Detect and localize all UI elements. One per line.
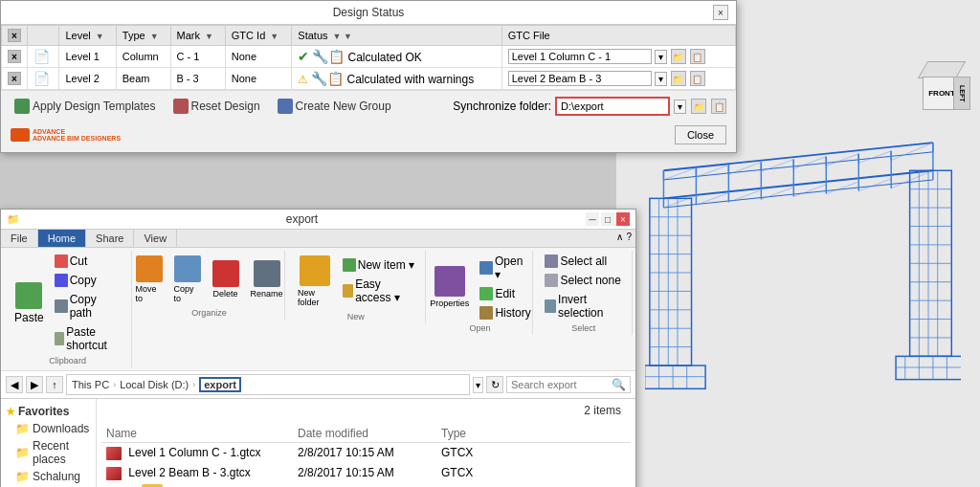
edit-button[interactable]: Edit bbox=[476, 285, 534, 302]
paste-shortcut-label: Paste shortcut bbox=[66, 325, 122, 352]
address-dropdown[interactable]: ▾ bbox=[473, 377, 483, 393]
row1-dropdown[interactable]: ▾ bbox=[655, 50, 667, 64]
copy-to-button[interactable]: Copy to bbox=[169, 253, 206, 306]
rename-button[interactable]: Rename bbox=[246, 257, 288, 301]
select-all-button[interactable]: Select all bbox=[541, 253, 626, 270]
path-this-pc[interactable]: This PC bbox=[72, 379, 109, 390]
row2-file-icon: 📄 bbox=[33, 71, 50, 86]
invert-label: Invert selection bbox=[558, 293, 622, 320]
select-all-icon bbox=[545, 255, 558, 268]
new-folder-button[interactable]: New folder bbox=[293, 253, 337, 310]
row1-icon1[interactable]: 📁 bbox=[671, 49, 686, 64]
back-button[interactable]: ◀ bbox=[6, 376, 23, 393]
favorites-label: Favorites bbox=[18, 405, 69, 418]
explorer-sidebar: ★ Favorites 📁 Downloads 📁 Recent places … bbox=[1, 399, 97, 487]
copy-button[interactable]: Copy bbox=[51, 272, 126, 289]
organize-btns: Move to Copy to Delete Rename bbox=[131, 253, 288, 306]
rename-label: Rename bbox=[251, 289, 283, 299]
sync-input[interactable] bbox=[555, 97, 670, 116]
brand-logo: ADVANCE ADVANCE BIM DESIGNERS bbox=[11, 128, 121, 142]
row2-icon2[interactable]: 📋 bbox=[690, 71, 705, 86]
history-button[interactable]: History bbox=[476, 304, 534, 321]
up-button[interactable]: ↑ bbox=[46, 376, 63, 393]
row2-level: Level 2 bbox=[59, 68, 116, 90]
collapse-ribbon-btn[interactable]: ∧ bbox=[616, 232, 623, 245]
paste-icon bbox=[15, 282, 42, 309]
path-local-disk[interactable]: Local Disk (D:) bbox=[120, 379, 189, 390]
tab-home[interactable]: Home bbox=[38, 230, 86, 247]
select-small-btns: Select all Select none Invert selection bbox=[541, 253, 626, 321]
search-input[interactable] bbox=[511, 379, 612, 390]
file-list-header: Name Date modified Type bbox=[101, 425, 631, 443]
sidebar-item-recent[interactable]: 📁 Recent places bbox=[1, 437, 96, 468]
col-header-status: Status ▼ ▼ bbox=[292, 26, 501, 46]
refresh-button[interactable]: ↻ bbox=[486, 376, 503, 393]
reset-label: Reset Design bbox=[191, 100, 260, 113]
search-box[interactable]: 🔍 bbox=[506, 376, 631, 393]
window-close-button[interactable]: × bbox=[616, 212, 630, 226]
minimize-button[interactable]: ─ bbox=[586, 212, 599, 226]
file-list-row[interactable]: Level 2 Beam B - 3.gtcx 2/8/2017 10:15 A… bbox=[101, 463, 631, 483]
delete-button[interactable]: Delete bbox=[208, 257, 244, 301]
sidebar-item-downloads[interactable]: 📁 Downloads bbox=[1, 420, 96, 437]
sync-dropdown[interactable]: ▾ bbox=[674, 100, 686, 114]
file-list-row[interactable]: Level 1 Column C - 1.gtcx 2/8/2017 10:15… bbox=[101, 443, 631, 463]
row1-icon2[interactable]: 📋 bbox=[690, 49, 705, 64]
create-group-button[interactable]: Create New Group bbox=[274, 97, 395, 116]
select-all-check[interactable]: × bbox=[8, 29, 21, 42]
path-export[interactable]: export bbox=[199, 377, 241, 392]
row2-status-icons2: 🔧📋 bbox=[311, 71, 344, 86]
select-none-label: Select none bbox=[560, 274, 620, 287]
col-header-gtcfile: GTC File bbox=[501, 26, 735, 46]
properties-button[interactable]: Properties bbox=[425, 263, 474, 311]
close-button[interactable]: Close bbox=[675, 125, 726, 144]
new-item-button[interactable]: New item ▾ bbox=[339, 256, 419, 274]
forward-button[interactable]: ▶ bbox=[26, 376, 43, 393]
row1-status-icon: ✔ bbox=[298, 49, 309, 64]
select-none-button[interactable]: Select none bbox=[541, 272, 626, 289]
svg-rect-78 bbox=[896, 356, 961, 379]
explorer-body: ★ Favorites 📁 Downloads 📁 Recent places … bbox=[1, 399, 635, 487]
easy-access-button[interactable]: Easy access ▾ bbox=[339, 276, 419, 306]
tab-share[interactable]: Share bbox=[86, 230, 134, 247]
maximize-button[interactable]: □ bbox=[601, 212, 614, 226]
create-label: Create New Group bbox=[296, 100, 391, 113]
view-cube: FRONT LEFT bbox=[913, 57, 970, 115]
explorer-titlebar: 📁 export ─ □ × bbox=[1, 210, 635, 230]
row2-check[interactable]: × bbox=[8, 72, 21, 85]
favorites-header[interactable]: ★ Favorites bbox=[1, 403, 96, 420]
sync-icon2[interactable]: 📋 bbox=[711, 99, 726, 114]
dialog-toolbar: Apply Design Templates Reset Design Crea… bbox=[1, 90, 736, 122]
dialog-close-button[interactable]: × bbox=[713, 5, 728, 20]
row1-gtcfile-input[interactable] bbox=[508, 49, 652, 64]
tab-view[interactable]: View bbox=[134, 230, 177, 247]
open-icon bbox=[479, 261, 493, 275]
row2-gtcfile-input[interactable] bbox=[508, 71, 652, 86]
paste-button[interactable]: Paste bbox=[10, 279, 49, 327]
tab-file[interactable]: File bbox=[1, 230, 38, 247]
sync-icon1[interactable]: 📁 bbox=[691, 99, 706, 114]
design-table: × Level ▼ Type ▼ Mark ▼ GTC Id ▼ Status … bbox=[1, 25, 736, 90]
address-path[interactable]: This PC › Local Disk (D:) › export bbox=[66, 374, 470, 395]
open-button[interactable]: Open ▾ bbox=[476, 253, 534, 283]
paste-shortcut-button[interactable]: Paste shortcut bbox=[51, 323, 126, 354]
sidebar-item-schalung[interactable]: 📁 Schalung bbox=[1, 468, 96, 485]
file1-icon bbox=[106, 447, 122, 460]
col-header-level: Level ▼ bbox=[59, 26, 116, 46]
invert-selection-button[interactable]: Invert selection bbox=[541, 291, 626, 321]
move-to-button[interactable]: Move to bbox=[131, 253, 167, 306]
search-icon[interactable]: 🔍 bbox=[612, 378, 626, 391]
help-btn[interactable]: ? bbox=[626, 232, 632, 245]
explorer-window: 📁 export ─ □ × File Home Share View ∧ ? bbox=[0, 209, 636, 487]
apply-icon bbox=[14, 99, 30, 114]
row2-dropdown[interactable]: ▾ bbox=[655, 72, 667, 86]
reset-design-button[interactable]: Reset Design bbox=[169, 97, 264, 116]
apply-templates-button[interactable]: Apply Design Templates bbox=[11, 97, 160, 116]
history-icon bbox=[479, 306, 493, 320]
row1-check[interactable]: × bbox=[8, 50, 21, 63]
row2-icon1[interactable]: 📁 bbox=[671, 71, 686, 86]
cut-button[interactable]: Cut bbox=[51, 253, 126, 270]
file2-type: GTCX bbox=[441, 466, 518, 480]
copy-path-button[interactable]: Copy path bbox=[51, 291, 126, 321]
col-header-icon bbox=[28, 26, 59, 46]
